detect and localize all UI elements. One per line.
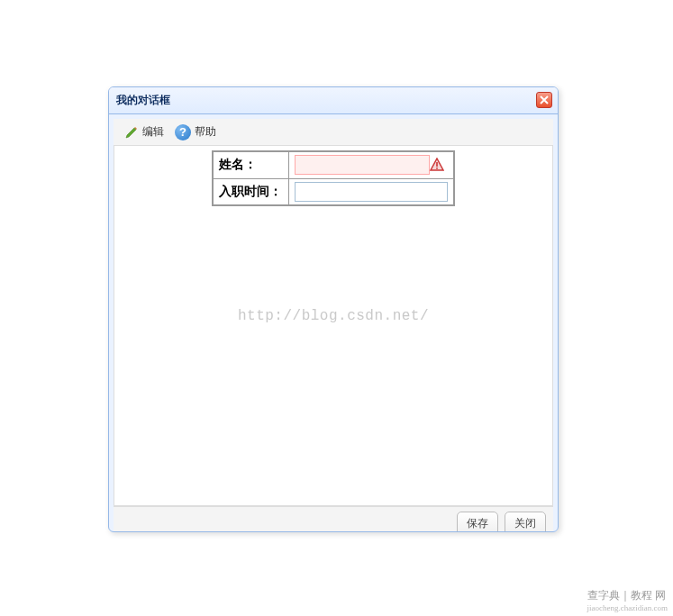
close-button[interactable] <box>536 92 552 108</box>
dialog-window: 我的对话框 编辑 ? 帮助 姓名： <box>108 86 559 532</box>
close-icon <box>540 95 549 104</box>
hiredate-input[interactable] <box>295 182 448 202</box>
dialog-header: 我的对话框 <box>109 87 558 114</box>
form-row-name: 姓名： <box>213 151 455 178</box>
watermark-text: http://blog.csdn.net/ <box>238 308 429 324</box>
help-button[interactable]: ? 帮助 <box>171 122 220 142</box>
form-row-hiredate: 入职时间： <box>213 178 455 205</box>
page-footer-sub: jiaocheng.chazidian.com <box>587 603 668 612</box>
pencil-icon <box>124 125 139 140</box>
help-icon: ? <box>175 124 191 140</box>
edit-label: 编辑 <box>142 124 164 140</box>
edit-button[interactable]: 编辑 <box>121 122 168 141</box>
hiredate-label: 入职时间： <box>213 178 289 205</box>
name-input-cell <box>289 151 455 178</box>
toolbar: 编辑 ? 帮助 <box>114 119 553 146</box>
dialog-title: 我的对话框 <box>116 94 170 106</box>
form-table: 姓名： 入职时间： <box>212 150 456 206</box>
name-label: 姓名： <box>213 151 289 178</box>
page-footer: 查字典｜教程 网 jiaocheng.chazidian.com <box>587 588 668 612</box>
save-button[interactable]: 保存 <box>457 512 498 532</box>
svg-rect-0 <box>436 162 438 167</box>
close-footer-button[interactable]: 关闭 <box>505 512 546 532</box>
dialog-body: 姓名： 入职时间： h <box>114 146 553 506</box>
name-input[interactable] <box>295 155 430 175</box>
hiredate-input-cell <box>289 178 455 205</box>
warning-icon <box>430 158 444 172</box>
svg-rect-1 <box>436 168 438 169</box>
page-footer-main: 查字典｜教程 网 <box>587 589 666 602</box>
help-label: 帮助 <box>195 124 216 140</box>
dialog-footer: 保存 关闭 <box>114 506 553 532</box>
